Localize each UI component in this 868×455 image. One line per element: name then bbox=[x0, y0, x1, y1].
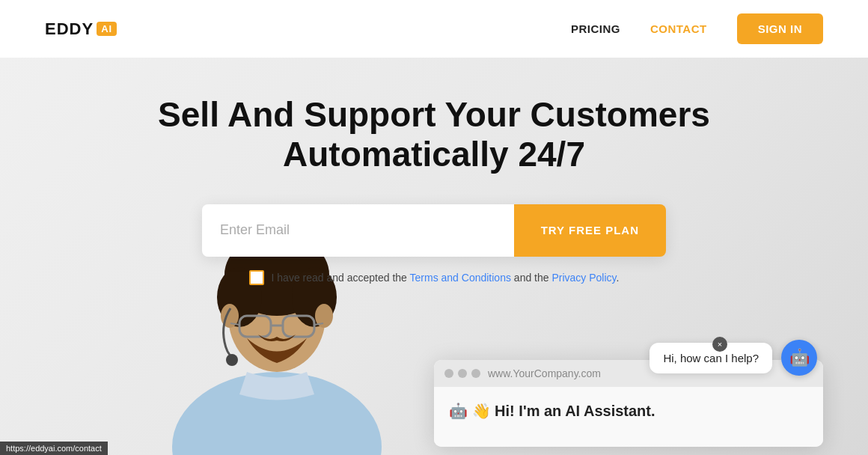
logo-text: EDDY bbox=[45, 19, 94, 39]
status-bar: https://eddyai.com/contact bbox=[0, 442, 108, 455]
terms-link[interactable]: Terms and Conditions bbox=[410, 272, 511, 284]
hero-title: Sell And Support Your Customers Automati… bbox=[158, 95, 710, 174]
chat-greeting: 🤖 👋 Hi! I'm an AI Assistant. bbox=[434, 387, 823, 447]
signin-button[interactable]: SIGN IN bbox=[737, 13, 823, 44]
navbar: EDDY AI PRICING CONTACT SIGN IN bbox=[0, 0, 868, 58]
terms-checkbox[interactable] bbox=[249, 270, 264, 285]
hero-section: Sell And Support Your Customers Automati… bbox=[0, 58, 868, 455]
bubble-wrapper: × Hi, how can I help? bbox=[650, 343, 772, 373]
nav-contact[interactable]: CONTACT bbox=[650, 22, 707, 35]
nav-pricing[interactable]: PRICING bbox=[571, 22, 620, 35]
chat-bubble-container: × Hi, how can I help? 🤖 bbox=[650, 340, 817, 376]
dot-2 bbox=[458, 369, 467, 378]
bubble-close-button[interactable]: × bbox=[712, 337, 727, 352]
try-free-plan-button[interactable]: TRY FREE PLAN bbox=[514, 204, 666, 257]
email-input[interactable] bbox=[202, 204, 514, 257]
dot-1 bbox=[444, 369, 453, 378]
terms-text: I have read and accepted the Terms and C… bbox=[272, 272, 620, 284]
browser-dots bbox=[444, 369, 480, 378]
nav-links: PRICING CONTACT SIGN IN bbox=[571, 13, 823, 44]
chat-bubble: Hi, how can I help? bbox=[650, 343, 772, 373]
logo-badge: AI bbox=[97, 22, 117, 36]
privacy-link[interactable]: Privacy Policy bbox=[551, 272, 616, 284]
logo: EDDY AI bbox=[45, 19, 117, 39]
terms-row: I have read and accepted the Terms and C… bbox=[249, 270, 620, 285]
chat-avatar[interactable]: 🤖 bbox=[781, 340, 817, 376]
email-form: TRY FREE PLAN bbox=[202, 204, 666, 257]
dot-3 bbox=[471, 369, 480, 378]
browser-url: www.YourCompany.com bbox=[488, 367, 601, 379]
svg-point-13 bbox=[226, 354, 238, 366]
